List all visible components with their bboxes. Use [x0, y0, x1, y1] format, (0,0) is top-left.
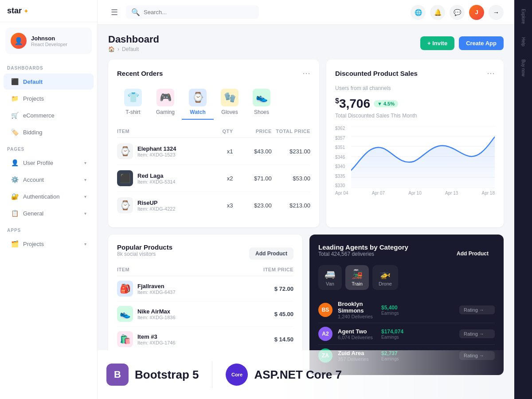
- tab-gaming[interactable]: 🎮 Gaming: [149, 85, 182, 120]
- aspnet-card: Core ASP.NET Core 7: [217, 355, 350, 395]
- rating-button-2[interactable]: Rating →: [459, 329, 495, 338]
- agent-row-2: A2 Agent Two 6,074 Deliveries $174,074 E…: [318, 323, 495, 345]
- collapse-sidebar-button[interactable]: ☰: [108, 6, 121, 19]
- chart-title: Discounted Product Sales: [335, 70, 418, 77]
- buy-now-panel-btn[interactable]: Buy now: [518, 55, 528, 81]
- y-label: $357: [335, 136, 348, 141]
- orders-menu-icon[interactable]: ⋯: [302, 68, 310, 78]
- search-bar[interactable]: 🔍: [126, 5, 259, 19]
- price-1: $43.00: [233, 148, 272, 155]
- invite-button[interactable]: + Invite: [420, 36, 454, 50]
- prod-id-2: Item: #XDG-1836: [137, 315, 176, 320]
- agent-tab-drone[interactable]: 🚁 Drone: [372, 265, 398, 290]
- message-icon[interactable]: 💬: [450, 5, 465, 20]
- prod-info-3: 🛍️ Item #3 Item: #XDG-1746: [117, 331, 235, 347]
- logo-star: ✦: [23, 8, 29, 15]
- rating-button-1[interactable]: Rating →: [459, 305, 495, 314]
- line-chart-svg: [351, 126, 495, 188]
- col-price: PRICE: [233, 129, 272, 134]
- col-total: TOTAL PRICE: [272, 129, 310, 134]
- prod-price-3: $ 14.50: [235, 336, 293, 343]
- search-icon: 🔍: [131, 8, 140, 16]
- bootstrap-text: Bootstrap 5: [135, 368, 199, 382]
- sidebar-item-authentication[interactable]: 🔐 Authentication ▾: [4, 188, 94, 204]
- agent-row-1: BS Brooklyn Simmons 1,240 Deliveries $5,…: [318, 297, 495, 323]
- sidebar-item-account[interactable]: ⚙️ Account ▾: [4, 172, 94, 188]
- tab-watch-label: Watch: [190, 109, 206, 115]
- popular-products-card: Popular Products 8k social visitors Add …: [108, 235, 302, 375]
- user-topbar-avatar[interactable]: J: [469, 5, 484, 20]
- tab-watch[interactable]: ⌚ Watch: [182, 85, 214, 120]
- tab-tshirt-label: T-shirt: [125, 109, 140, 115]
- total-2: $53.00: [272, 175, 310, 182]
- nav-label-user-profile: User Profile: [23, 160, 53, 166]
- agent-earnings-label-1: Earnings: [381, 311, 417, 316]
- agent-deliveries-1: 1,240 Deliveries: [338, 314, 378, 319]
- notification-icon[interactable]: 🔔: [430, 5, 445, 20]
- van-icon: 🚐: [325, 269, 336, 279]
- user-card[interactable]: 👤 Johnson React Developer: [5, 27, 92, 54]
- folder-icon: 📁: [11, 94, 19, 102]
- prod-info-1: 🎒 Fjallraven Item: #XDG-6437: [117, 281, 235, 297]
- explore-panel-btn[interactable]: Explore: [518, 4, 528, 28]
- sidebar-item-projects[interactable]: 📁 Projects: [4, 90, 94, 106]
- prod-table-header: ITEM ITEM PRICE: [117, 265, 293, 276]
- add-product-button[interactable]: Add Product: [249, 247, 293, 260]
- popular-products-title: Popular Products: [117, 243, 172, 251]
- sidebar-item-general[interactable]: 📋 General ▾: [4, 205, 94, 221]
- recent-orders-header: Recent Orders ⋯: [117, 68, 310, 78]
- arrow-right-icon[interactable]: →: [489, 5, 504, 20]
- chevron-icon-2: ▾: [84, 177, 86, 182]
- col-qty: QTY: [194, 129, 233, 134]
- table-row: ⌚ RiseUP Item: #XDG-4222 x3 $23.00 $213.…: [117, 192, 310, 219]
- total-3: $213.00: [272, 202, 310, 209]
- tab-gloves[interactable]: 🧤 Gloves: [214, 85, 246, 120]
- chevron-icon-3: ▾: [84, 194, 86, 199]
- sidebar-item-bidding[interactable]: 🏷️ Bidding: [4, 124, 94, 140]
- prod-icon-1: 🎒: [117, 281, 133, 297]
- item-info-2: ⬛ Red Laga Item: #XDG-5314: [117, 170, 194, 186]
- create-app-button[interactable]: Create App: [459, 36, 504, 50]
- apps-label: APPS: [0, 222, 97, 235]
- agent-tab-train[interactable]: 🚂 Train: [345, 265, 369, 290]
- help-panel-btn[interactable]: Help: [518, 33, 528, 51]
- nav-label-ecommerce: eCommerce: [23, 112, 55, 119]
- agents-add-product-button[interactable]: Add Product: [450, 247, 495, 260]
- dashboards-label: DASHBOARDS: [0, 59, 97, 73]
- table-row: ⌚ Elephant 1324 Item: #XDG-1523 x1 $43.0…: [117, 138, 310, 165]
- agent-tab-van[interactable]: 🚐 Van: [318, 265, 342, 290]
- agents-header: Leading Agents by Category Total 424,567…: [318, 243, 495, 263]
- agent-deliveries-2: 6,074 Deliveries: [338, 335, 378, 340]
- rating-button-3[interactable]: Rating →: [459, 351, 495, 360]
- breadcrumb-current: Default: [122, 46, 139, 52]
- user-role: React Developer: [31, 42, 67, 47]
- sidebar-item-projects-app[interactable]: 🗂️ Projects ▾: [4, 236, 94, 252]
- sidebar-item-ecommerce[interactable]: 🛒 eCommerce: [4, 107, 94, 123]
- drone-label: Drone: [379, 281, 392, 286]
- prod-name-1: Fjallraven: [137, 283, 176, 289]
- list-item: 🛍️ Item #3 Item: #XDG-1746 $ 14.50: [117, 327, 293, 352]
- right-panel: Explore Help Buy now: [514, 0, 532, 399]
- tab-shoes[interactable]: 👟 Shoes: [246, 85, 278, 120]
- item-id-3: Item: #XDG-4222: [137, 206, 176, 211]
- page-title: Dashboard: [108, 34, 159, 45]
- agent-earnings-label-3: Earnings: [381, 356, 417, 361]
- home-icon: 🏠: [108, 46, 115, 52]
- user-icon: 👤: [11, 159, 19, 167]
- prod-id-3: Item: #XDG-1746: [137, 340, 176, 345]
- chart-x-labels: Apr 04 Apr 07 Apr 10 Apr 13 Apr 18: [335, 191, 495, 196]
- chart-menu-icon[interactable]: ⋯: [487, 68, 495, 78]
- sidebar: star ✦ 👤 Johnson React Developer DASHBOA…: [0, 0, 98, 399]
- globe-icon[interactable]: 🌐: [411, 5, 426, 20]
- tab-tshirt[interactable]: 👕 T-shirt: [117, 85, 149, 120]
- search-input[interactable]: [144, 9, 254, 16]
- item-name-3: RiseUP: [137, 200, 176, 206]
- breadcrumb: 🏠 › Default: [108, 46, 159, 52]
- tag-icon: 🏷️: [11, 128, 19, 136]
- sidebar-item-default[interactable]: ⬛ Default: [4, 74, 94, 90]
- item-name-1: Elephant 1324: [137, 145, 176, 152]
- tab-gaming-label: Gaming: [156, 109, 175, 115]
- item-info-1: ⌚ Elephant 1324 Item: #XDG-1523: [117, 143, 194, 159]
- sidebar-item-user-profile[interactable]: 👤 User Profile ▾: [4, 155, 94, 171]
- qty-1: x1: [194, 148, 233, 155]
